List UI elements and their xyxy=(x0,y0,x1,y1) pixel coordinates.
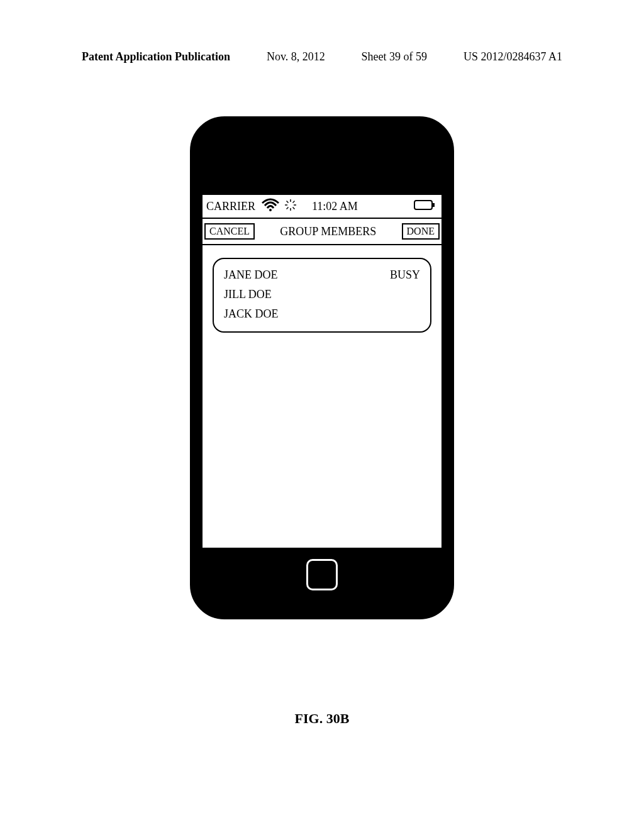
clock-label: 11:02 AM xyxy=(312,200,358,213)
status-bar: CARRIER xyxy=(203,195,441,219)
svg-point-0 xyxy=(269,209,272,211)
page-header: Patent Application Publication Nov. 8, 2… xyxy=(82,50,562,64)
svg-line-6 xyxy=(293,207,295,209)
svg-line-7 xyxy=(293,201,295,202)
activity-icon xyxy=(284,199,297,214)
list-item[interactable]: JANE DOE BUSY xyxy=(223,265,421,285)
publication-label: Patent Application Publication xyxy=(82,50,230,64)
member-name: JANE DOE xyxy=(224,268,278,282)
wifi-icon xyxy=(262,198,279,215)
svg-rect-9 xyxy=(414,201,432,209)
publication-date: Nov. 8, 2012 xyxy=(267,50,325,64)
list-item[interactable]: JACK DOE xyxy=(223,304,421,324)
svg-line-8 xyxy=(287,207,289,209)
members-list: JANE DOE BUSY JILL DOE JACK DOE xyxy=(213,258,431,333)
phone-body: CARRIER xyxy=(190,116,454,619)
phone-screen: CARRIER xyxy=(201,194,443,549)
list-item[interactable]: JILL DOE xyxy=(223,285,421,304)
member-name: JACK DOE xyxy=(224,307,279,321)
carrier-label: CARRIER xyxy=(206,200,255,213)
nav-bar: CANCEL GROUP MEMBERS DONE xyxy=(203,219,441,245)
member-name: JILL DOE xyxy=(224,288,272,301)
document-number: US 2012/0284637 A1 xyxy=(464,50,562,64)
done-button[interactable]: DONE xyxy=(402,223,440,240)
cancel-button[interactable]: CANCEL xyxy=(204,223,255,240)
sheet-number: Sheet 39 of 59 xyxy=(362,50,427,64)
battery-icon xyxy=(414,200,435,213)
figure-label: FIG. 30B xyxy=(0,711,644,727)
nav-title: GROUP MEMBERS xyxy=(255,225,402,238)
svg-line-5 xyxy=(287,201,289,202)
phone-figure: CARRIER xyxy=(190,116,454,619)
member-status: BUSY xyxy=(390,268,420,282)
home-button[interactable] xyxy=(306,559,338,590)
svg-rect-10 xyxy=(433,203,435,207)
